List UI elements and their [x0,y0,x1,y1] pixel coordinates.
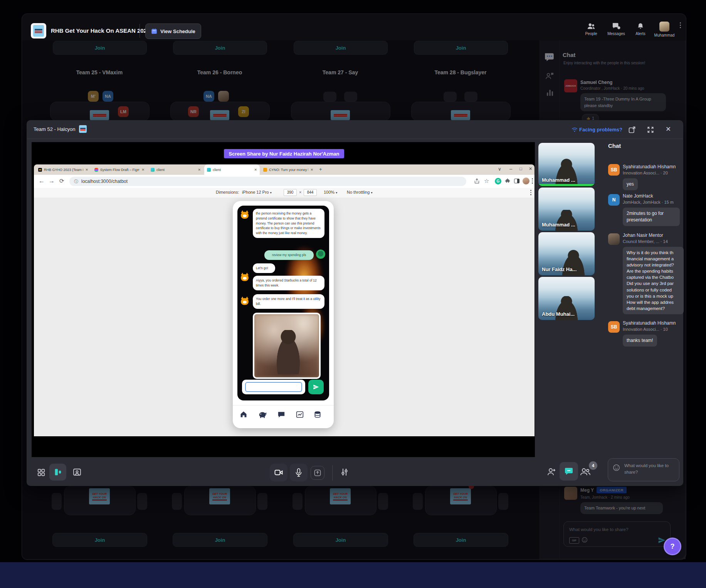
chevron-down-icon: ▾ [371,191,372,194]
mic-button[interactable] [290,464,308,481]
nav-messages[interactable]: Messages [604,22,628,36]
device-select[interactable]: iPhone 12 Pro ▾ [242,190,272,194]
bell-icon [637,22,644,30]
participant-video[interactable]: Abdu Muhai... [538,277,595,320]
chart-icon[interactable] [296,411,304,418]
tab-close-icon[interactable]: ✕ [254,168,257,172]
grammarly-icon[interactable]: G [495,178,501,184]
grid-view-icon[interactable] [37,468,45,477]
help-button[interactable]: ? [664,538,681,555]
tab-close-icon[interactable]: ✕ [85,168,88,172]
browser-tab[interactable]: CYNO: Turn your money life into✕ [261,164,316,175]
modal-chat-input[interactable]: What would you like to share? [608,458,679,481]
participant-video[interactable]: Muhammad ... [538,188,595,231]
bot-message: Let's go! [253,263,275,273]
browser-tab-active[interactable]: client✕ [204,164,260,175]
chat-meta: Council Member, ... · 14 [623,239,683,244]
chatbot-screen: the person receiving the money gets a pr… [237,206,329,400]
home-icon[interactable] [240,410,247,418]
chat-nav-icon[interactable] [277,411,285,418]
browser-tab[interactable]: client✕ [148,164,203,175]
zoom-select[interactable]: 100% ▾ [324,190,337,194]
nav-profile[interactable]: Muhammad [652,22,677,37]
share-screen-button[interactable] [311,466,324,480]
camera-button[interactable] [270,464,287,481]
browser-tab[interactable]: RHB GYHO 2023 (Team Halcyon)✕ [35,164,91,175]
chat-meta: Innovation Associ... · 10 [623,327,683,332]
devtools-toolbar: Dimensions: iPhone 12 Pro ▾ 390 × 844 10… [34,188,535,198]
piggy-bank-icon[interactable] [258,411,267,418]
tab-favicon [263,168,267,172]
info-icon[interactable]: ⓘ [74,179,78,184]
chat-sender: Johan Nasir Mentor [623,233,683,238]
split-view-button-active[interactable] [49,464,66,481]
devtools-menu-icon[interactable] [530,190,531,195]
chat-bubble: thanks team! [623,335,657,347]
close-icon[interactable]: ✕ [663,124,673,134]
add-person-icon[interactable] [546,467,556,477]
extensions-puzzle-icon[interactable] [505,178,510,184]
chat-sender: Nate JomHack [623,193,683,199]
people-icon [587,22,595,30]
tab-close-icon[interactable]: ✕ [141,168,145,172]
phone-message-input[interactable] [245,382,302,392]
header-divider [140,24,140,38]
chevron-down-icon: ▾ [336,191,337,194]
popout-icon[interactable] [628,126,636,134]
chat-avatar-photo [608,233,620,245]
browser-menu-icon[interactable] [532,178,533,184]
facing-problems-link[interactable]: Facing problems? [579,127,622,132]
screen-share-area: Screen Share by Nur Faidz Hazirah Nor'Az… [32,142,535,457]
url-text: localhost:3000/chatbot [81,179,128,184]
event-logo [31,23,46,39]
more-menu-icon[interactable] [680,22,681,28]
browser-tab[interactable]: System Flow Draft – Figma✕ [92,164,147,175]
forward-icon[interactable]: → [49,178,55,184]
browser-profile-avatar[interactable] [523,178,530,184]
settings-sliders-icon[interactable] [340,467,349,477]
sidebar-panel-icon[interactable] [514,179,519,183]
participant-name: Abdu Muhai... [542,311,575,317]
back-icon[interactable]: ← [39,178,45,184]
speaker-view-icon[interactable] [71,466,83,478]
bot-message: the person receiving the money gets a pr… [253,209,324,238]
window-maximize-icon[interactable]: □ [519,166,522,171]
bookmark-star-icon[interactable]: ☆ [484,178,489,184]
bot-message: Aiyya, you ordered Starbucks a total of … [253,276,324,290]
bot-avatar [240,297,250,307]
view-schedule-button[interactable]: View Schedule [145,23,201,39]
user-message: review my spending pls [264,250,314,260]
chat-meta: Innovation Associ... · 20 [623,171,683,175]
window-minimize-icon[interactable]: – [509,166,512,172]
screen-share-banner: Screen Share by Nur Faidz Hazirah Nor'Az… [224,149,344,158]
emoji-icon[interactable] [613,464,620,471]
chat-avatar: SB [608,321,620,333]
phone-send-button[interactable] [308,380,324,394]
chat-toggle-button-active[interactable] [560,462,578,481]
controls-divider [332,465,333,481]
nav-alerts[interactable]: Alerts [631,22,650,36]
participant-video[interactable]: Muhammad ... [538,143,595,186]
url-bar[interactable]: ⓘ localhost:3000/chatbot [69,177,466,186]
tab-search-icon[interactable]: ∨ [498,166,501,172]
coins-icon[interactable] [314,411,321,418]
participant-video[interactable]: Nur Faidz Ha... [538,232,595,275]
tab-close-icon[interactable]: ✕ [198,168,201,172]
tab-close-icon[interactable]: ✕ [310,168,313,172]
tab-favicon [38,168,42,172]
meme-gif [253,313,321,379]
nav-people[interactable]: People [581,22,601,36]
viewport-height-input[interactable]: 844 [304,189,317,196]
window-close-icon[interactable]: ✕ [529,166,532,171]
share-page-icon[interactable] [474,178,480,184]
fullscreen-icon[interactable] [647,126,654,134]
event-title: RHB Get Your Hack On ASEAN 2023 [51,27,150,34]
dimension-x: × [299,190,301,194]
throttling-select[interactable]: No throttling ▾ [347,190,372,194]
refresh-icon[interactable]: ⟳ [59,178,64,184]
participant-name: Muhammad ... [542,177,575,183]
shared-browser: RHB GYHO 2023 (Team Halcyon)✕ System Flo… [34,164,535,436]
new-tab-icon[interactable]: + [319,166,322,172]
calendar-icon [151,28,157,34]
viewport-width-input[interactable]: 390 [284,189,297,196]
